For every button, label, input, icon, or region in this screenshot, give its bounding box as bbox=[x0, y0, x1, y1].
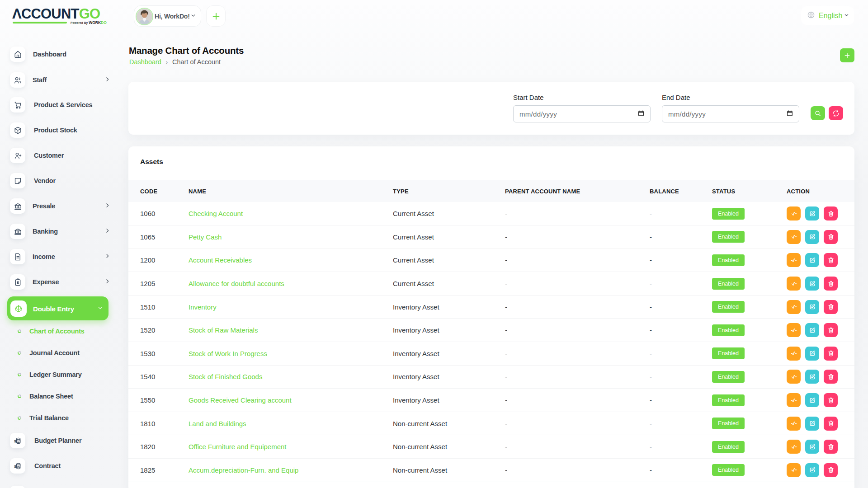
svg-text:$: $ bbox=[14, 439, 16, 443]
svg-text:$: $ bbox=[14, 465, 16, 468]
